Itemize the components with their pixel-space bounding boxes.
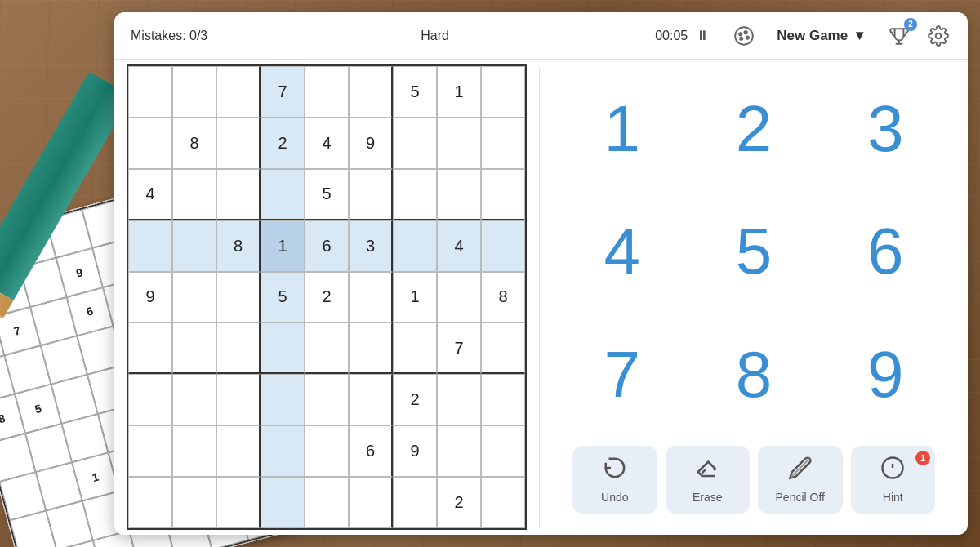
sudoku-cell[interactable]: [216, 66, 261, 118]
sudoku-grid[interactable]: 751824945816349521872692: [127, 64, 527, 530]
sudoku-cell[interactable]: 1: [437, 66, 481, 118]
sudoku-cell[interactable]: [216, 322, 261, 374]
number-button-7[interactable]: 7: [556, 314, 688, 436]
sudoku-cell[interactable]: 2: [437, 477, 481, 528]
sudoku-cell[interactable]: [216, 272, 261, 323]
sudoku-cell[interactable]: [481, 374, 525, 425]
sudoku-cell[interactable]: [305, 425, 349, 477]
sudoku-cell[interactable]: [172, 374, 216, 425]
sudoku-cell[interactable]: 1: [261, 220, 305, 272]
sudoku-cell[interactable]: [437, 118, 481, 169]
sudoku-cell[interactable]: 5: [261, 272, 305, 323]
sudoku-cell[interactable]: 2: [261, 118, 305, 169]
sudoku-cell[interactable]: [437, 425, 481, 477]
hint-button[interactable]: Hint1: [851, 446, 936, 514]
sudoku-cell[interactable]: 6: [349, 425, 393, 477]
sudoku-cell[interactable]: [349, 272, 393, 323]
sudoku-cell[interactable]: [481, 66, 525, 118]
new-game-button[interactable]: New Game ▼: [770, 24, 873, 47]
sudoku-cell[interactable]: [261, 169, 305, 220]
sudoku-cell[interactable]: 5: [393, 66, 437, 118]
sudoku-cell[interactable]: [216, 425, 261, 477]
sudoku-cell[interactable]: [305, 322, 349, 374]
sudoku-cell[interactable]: 6: [305, 220, 349, 272]
sudoku-cell[interactable]: [393, 118, 437, 169]
sudoku-cell[interactable]: [261, 477, 305, 528]
sudoku-cell[interactable]: [349, 66, 393, 118]
number-button-2[interactable]: 2: [688, 68, 819, 190]
sudoku-cell[interactable]: [128, 374, 172, 425]
sudoku-cell[interactable]: [481, 425, 525, 477]
sudoku-cell[interactable]: 4: [437, 220, 481, 272]
number-button-4[interactable]: 4: [556, 190, 688, 313]
settings-button[interactable]: [925, 23, 951, 49]
sudoku-cell[interactable]: 4: [305, 118, 349, 169]
sudoku-cell[interactable]: [128, 322, 172, 374]
sudoku-cell[interactable]: [128, 118, 172, 169]
number-button-1[interactable]: 1: [556, 68, 688, 190]
pencil-button[interactable]: Pencil Off: [758, 446, 843, 514]
sudoku-cell[interactable]: [128, 425, 172, 477]
sudoku-cell[interactable]: [349, 374, 393, 425]
sudoku-cell[interactable]: 8: [481, 272, 525, 323]
sudoku-cell[interactable]: 5: [305, 169, 349, 220]
sudoku-cell[interactable]: [437, 374, 481, 425]
sudoku-cell[interactable]: [261, 322, 305, 374]
sudoku-cell[interactable]: [393, 322, 437, 374]
sudoku-cell[interactable]: 7: [261, 66, 305, 118]
sudoku-cell[interactable]: [172, 477, 216, 528]
sudoku-cell[interactable]: [216, 169, 261, 220]
sudoku-cell[interactable]: [261, 425, 305, 477]
sudoku-cell[interactable]: [216, 374, 261, 425]
number-button-3[interactable]: 3: [820, 68, 951, 190]
sudoku-cell[interactable]: 7: [437, 322, 481, 374]
sudoku-cell[interactable]: [172, 425, 216, 477]
sudoku-cell[interactable]: [481, 477, 525, 528]
number-button-5[interactable]: 5: [688, 190, 819, 313]
sudoku-cell[interactable]: 9: [393, 425, 437, 477]
sudoku-cell[interactable]: 2: [305, 272, 349, 323]
sudoku-cell[interactable]: [172, 169, 216, 220]
erase-button[interactable]: Erase: [666, 446, 751, 514]
sudoku-cell[interactable]: [437, 272, 481, 323]
sudoku-cell[interactable]: [128, 477, 172, 528]
sudoku-cell[interactable]: 4: [128, 169, 172, 220]
sudoku-cell[interactable]: [305, 477, 349, 528]
sudoku-cell[interactable]: [437, 169, 481, 220]
number-button-6[interactable]: 6: [820, 190, 951, 313]
sudoku-cell[interactable]: [216, 477, 261, 528]
sudoku-cell[interactable]: 9: [128, 272, 172, 323]
sudoku-cell[interactable]: 9: [349, 118, 393, 169]
sudoku-cell[interactable]: [128, 220, 172, 272]
theme-icon[interactable]: [731, 23, 757, 49]
sudoku-cell[interactable]: [393, 477, 437, 528]
sudoku-cell[interactable]: [172, 66, 216, 118]
undo-button[interactable]: Undo: [572, 446, 657, 514]
sudoku-cell[interactable]: [305, 374, 349, 425]
sudoku-cell[interactable]: [305, 66, 349, 118]
number-button-8[interactable]: 8: [688, 314, 819, 436]
pause-button[interactable]: ⏸: [696, 29, 709, 43]
sudoku-cell[interactable]: [349, 169, 393, 220]
sudoku-cell[interactable]: 8: [172, 118, 216, 169]
sudoku-cell[interactable]: [481, 322, 525, 374]
sudoku-cell[interactable]: [481, 118, 525, 169]
sudoku-cell[interactable]: [481, 169, 525, 220]
sudoku-cell[interactable]: 1: [393, 272, 437, 323]
sudoku-cell[interactable]: [172, 272, 216, 323]
sudoku-cell[interactable]: [128, 66, 172, 118]
sudoku-cell[interactable]: [261, 374, 305, 425]
sudoku-cell[interactable]: [349, 477, 393, 528]
trophy-button[interactable]: 2: [886, 23, 912, 49]
sudoku-cell[interactable]: [216, 118, 261, 169]
sudoku-cell[interactable]: [172, 322, 216, 374]
sudoku-cell[interactable]: [481, 220, 525, 272]
sudoku-cell[interactable]: 3: [349, 220, 393, 272]
sudoku-cell[interactable]: 8: [216, 220, 261, 272]
sudoku-cell[interactable]: [349, 322, 393, 374]
sudoku-cell[interactable]: [393, 169, 437, 220]
number-button-9[interactable]: 9: [820, 314, 951, 436]
sudoku-cell[interactable]: 2: [393, 374, 437, 425]
sudoku-cell[interactable]: [393, 220, 437, 272]
sudoku-cell[interactable]: [172, 220, 216, 272]
